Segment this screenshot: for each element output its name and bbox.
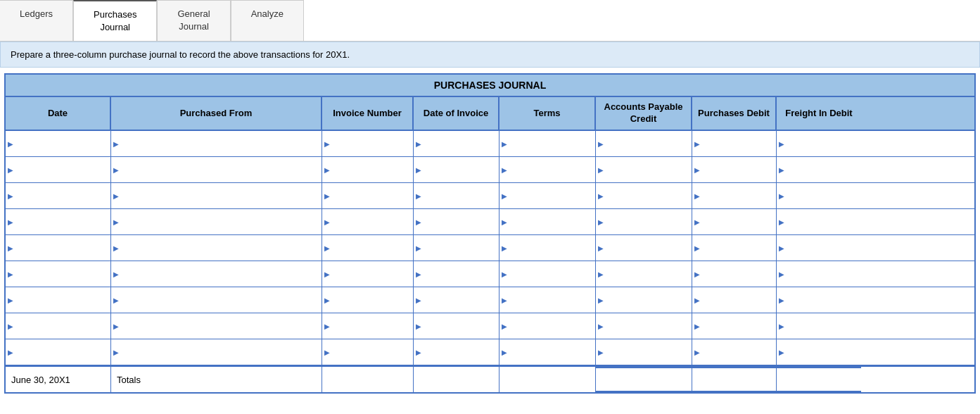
cell-invoice-number-9[interactable] (322, 339, 414, 365)
header-accounts-payable-credit: Accounts Payable Credit (596, 97, 692, 130)
cell-purchases-debit-5[interactable] (692, 235, 777, 261)
cell-date-5[interactable] (6, 235, 111, 261)
cell-terms-8[interactable] (499, 313, 596, 339)
cell-date-of-invoice-8[interactable] (414, 313, 499, 339)
cell-date-of-invoice-5[interactable] (414, 235, 499, 261)
cell-ap-credit-6[interactable] (596, 261, 692, 287)
cell-purchased-from-4[interactable] (111, 209, 322, 234)
cell-date-8[interactable] (6, 313, 111, 339)
cell-date-1[interactable] (6, 131, 111, 156)
cell-invoice-number-2[interactable] (322, 157, 414, 182)
table-row (6, 339, 974, 365)
header-freight-in-debit: Freight In Debit (777, 97, 861, 130)
cell-purchases-debit-1[interactable] (692, 131, 777, 156)
cell-freight-debit-1[interactable] (777, 131, 861, 156)
tab-purchases-journal[interactable]: PurchasesJournal (73, 0, 157, 41)
table-row (6, 313, 974, 339)
cell-ap-credit-3[interactable] (596, 183, 692, 208)
cell-ap-credit-8[interactable] (596, 313, 692, 339)
cell-invoice-number-6[interactable] (322, 261, 414, 287)
tab-analyze[interactable]: Analyze (231, 0, 304, 41)
cell-purchases-debit-9[interactable] (692, 339, 777, 365)
cell-purchases-debit-4[interactable] (692, 209, 777, 234)
cell-purchased-from-5[interactable] (111, 235, 322, 261)
cell-freight-debit-8[interactable] (777, 313, 861, 339)
cell-date-4[interactable] (6, 209, 111, 234)
cell-invoice-number-4[interactable] (322, 209, 414, 234)
totals-invoice-number (322, 367, 414, 392)
cell-invoice-number-7[interactable] (322, 287, 414, 313)
cell-purchases-debit-2[interactable] (692, 157, 777, 182)
cell-date-6[interactable] (6, 261, 111, 287)
table-row (6, 157, 974, 183)
tab-ledgers[interactable]: Ledgers (0, 0, 73, 41)
cell-purchased-from-8[interactable] (111, 313, 322, 339)
cell-freight-debit-7[interactable] (777, 287, 861, 313)
cell-purchased-from-3[interactable] (111, 183, 322, 208)
cell-date-of-invoice-6[interactable] (414, 261, 499, 287)
cell-ap-credit-9[interactable] (596, 339, 692, 365)
cell-date-7[interactable] (6, 287, 111, 313)
cell-ap-credit-5[interactable] (596, 235, 692, 261)
cell-terms-1[interactable] (499, 131, 596, 156)
table-row (6, 131, 974, 157)
cell-freight-debit-2[interactable] (777, 157, 861, 182)
table-row (6, 235, 974, 261)
totals-freight-debit[interactable] (777, 367, 861, 392)
header-date: Date (6, 97, 111, 130)
cell-date-2[interactable] (6, 157, 111, 182)
totals-date-of-invoice (414, 367, 499, 392)
cell-freight-debit-9[interactable] (777, 339, 861, 365)
cell-freight-debit-5[interactable] (777, 235, 861, 261)
cell-ap-credit-4[interactable] (596, 209, 692, 234)
cell-freight-debit-6[interactable] (777, 261, 861, 287)
cell-terms-5[interactable] (499, 235, 596, 261)
cell-date-of-invoice-4[interactable] (414, 209, 499, 234)
cell-purchased-from-1[interactable] (111, 131, 322, 156)
totals-row: June 30, 20X1 Totals (6, 365, 974, 392)
cell-invoice-number-1[interactable] (322, 131, 414, 156)
cell-date-of-invoice-3[interactable] (414, 183, 499, 208)
cell-terms-3[interactable] (499, 183, 596, 208)
journal-title: PURCHASES JOURNAL (6, 75, 974, 97)
tab-general-journal[interactable]: GeneralJournal (157, 0, 230, 41)
cell-invoice-number-8[interactable] (322, 313, 414, 339)
cell-purchases-debit-7[interactable] (692, 287, 777, 313)
journal-header-row: Date Purchased From Invoice Number Date … (6, 97, 974, 131)
totals-terms (499, 367, 596, 392)
cell-terms-2[interactable] (499, 157, 596, 182)
cell-terms-6[interactable] (499, 261, 596, 287)
cell-freight-debit-4[interactable] (777, 209, 861, 234)
cell-ap-credit-1[interactable] (596, 131, 692, 156)
cell-ap-credit-7[interactable] (596, 287, 692, 313)
cell-invoice-number-3[interactable] (322, 183, 414, 208)
header-purchased-from: Purchased From (111, 97, 322, 130)
cell-ap-credit-2[interactable] (596, 157, 692, 182)
totals-purchases-debit[interactable] (692, 367, 777, 392)
table-row (6, 261, 974, 287)
cell-date-of-invoice-2[interactable] (414, 157, 499, 182)
cell-date-3[interactable] (6, 183, 111, 208)
cell-purchased-from-9[interactable] (111, 339, 322, 365)
cell-terms-7[interactable] (499, 287, 596, 313)
cell-date-of-invoice-9[interactable] (414, 339, 499, 365)
cell-purchased-from-2[interactable] (111, 157, 322, 182)
cell-freight-debit-3[interactable] (777, 183, 861, 208)
cell-terms-9[interactable] (499, 339, 596, 365)
header-terms: Terms (499, 97, 596, 130)
header-invoice-number: Invoice Number (322, 97, 414, 130)
table-row (6, 209, 974, 235)
cell-date-of-invoice-1[interactable] (414, 131, 499, 156)
cell-purchases-debit-3[interactable] (692, 183, 777, 208)
totals-label: Totals (111, 367, 322, 392)
totals-ap-credit[interactable] (596, 367, 692, 392)
cell-purchases-debit-8[interactable] (692, 313, 777, 339)
cell-terms-4[interactable] (499, 209, 596, 234)
header-purchases-debit: Purchases Debit (692, 97, 777, 130)
cell-date-of-invoice-7[interactable] (414, 287, 499, 313)
cell-purchased-from-6[interactable] (111, 261, 322, 287)
cell-purchased-from-7[interactable] (111, 287, 322, 313)
cell-invoice-number-5[interactable] (322, 235, 414, 261)
cell-purchases-debit-6[interactable] (692, 261, 777, 287)
cell-date-9[interactable] (6, 339, 111, 365)
